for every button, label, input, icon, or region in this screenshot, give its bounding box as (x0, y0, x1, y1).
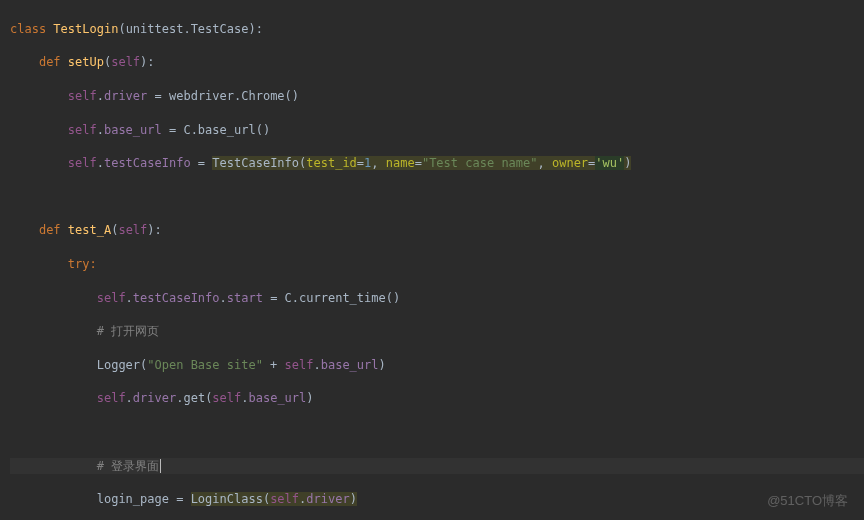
code-line: self.testCaseInfo = TestCaseInfo(test_id… (10, 155, 864, 172)
method-setup: setUp (68, 55, 104, 69)
comment: # 登录界面 (97, 459, 159, 473)
code-line: Logger("Open Base site" + self.base_url) (10, 357, 864, 374)
code-line: try: (10, 256, 864, 273)
code-line: def setUp(self): (10, 54, 864, 71)
code-line (10, 424, 864, 441)
code-line: # 打开网页 (10, 323, 864, 340)
code-line-current: # 登录界面 (10, 458, 864, 475)
code-line: self.driver = webdriver.Chrome() (10, 88, 864, 105)
text-caret (160, 459, 161, 473)
code-line: login_page = LoginClass(self.driver) (10, 491, 864, 508)
watermark: @51CTO博客 (767, 492, 848, 510)
keyword-class: class (10, 22, 46, 36)
method-test-a: test_A (68, 223, 111, 237)
code-line: self.base_url = C.base_url() (10, 122, 864, 139)
comment: # 打开网页 (97, 324, 159, 338)
base-class: unittest.TestCase (126, 22, 249, 36)
class-name: TestLogin (53, 22, 118, 36)
code-line: self.driver.get(self.base_url) (10, 390, 864, 407)
code-line (10, 189, 864, 206)
code-line: class TestLogin(unittest.TestCase): (10, 21, 864, 38)
code-line: def test_A(self): (10, 222, 864, 239)
code-line: self.testCaseInfo.start = C.current_time… (10, 290, 864, 307)
code-editor[interactable]: class TestLogin(unittest.TestCase): def … (0, 0, 864, 520)
